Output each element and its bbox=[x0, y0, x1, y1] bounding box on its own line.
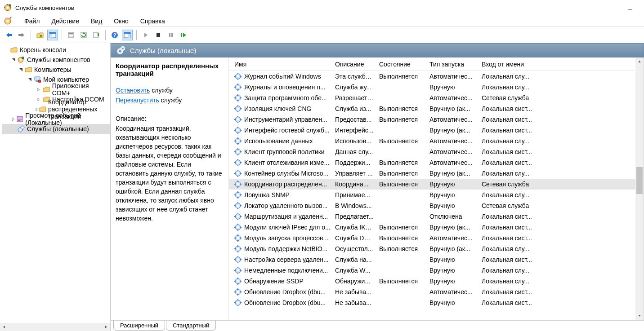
svg-rect-101 bbox=[234, 162, 236, 163]
svg-rect-112 bbox=[237, 186, 238, 188]
col-start[interactable]: Тип запуска bbox=[427, 61, 479, 68]
properties-button[interactable] bbox=[66, 30, 76, 40]
restart-button[interactable] bbox=[178, 30, 189, 40]
scroll-right-icon[interactable] bbox=[102, 323, 110, 331]
service-row[interactable]: Маршрутизация и удаленн...Предлагает...О… bbox=[229, 211, 644, 222]
service-row[interactable]: Изоляция ключей CNGСлужба из...Выполняет… bbox=[229, 103, 644, 114]
play-button[interactable] bbox=[140, 30, 151, 40]
window-title: Службы компонентов bbox=[15, 4, 74, 11]
service-row[interactable]: Клиент групповой политикиДанная слу...Ав… bbox=[229, 146, 644, 157]
scrollbar-thumb[interactable] bbox=[636, 167, 643, 194]
menu-help[interactable]: Справка bbox=[139, 17, 167, 26]
vertical-scrollbar[interactable] bbox=[635, 57, 644, 320]
svg-rect-144 bbox=[240, 238, 242, 238]
service-row[interactable]: Журналы и оповещения п...Служба жу...Вру… bbox=[229, 82, 644, 93]
service-name: Модули ключей IPsec для о... bbox=[244, 224, 331, 231]
svg-rect-156 bbox=[240, 259, 242, 260]
tree-root[interactable]: Корень консоли bbox=[2, 45, 110, 55]
svg-rect-131 bbox=[234, 216, 236, 217]
menu-view[interactable]: Вид bbox=[89, 17, 104, 26]
up-button[interactable] bbox=[35, 30, 45, 40]
service-row[interactable]: Инструментарий управлен...Предостав...Вы… bbox=[229, 114, 644, 125]
scroll-track[interactable] bbox=[8, 323, 102, 331]
back-button[interactable] bbox=[4, 30, 14, 40]
svg-rect-3 bbox=[7, 10, 8, 11]
svg-rect-60 bbox=[240, 87, 242, 88]
svg-point-122 bbox=[237, 205, 239, 207]
cell-start: Вручную bbox=[427, 299, 479, 306]
service-row[interactable]: Обновление Dropbox (dbu...Не забыва...Ав… bbox=[229, 287, 644, 297]
service-name: Обновление Dropbox (dbu... bbox=[244, 299, 326, 306]
service-row[interactable]: Интерфейс гостевой служб...Интерфейс...В… bbox=[229, 125, 644, 136]
tree-computers[interactable]: Компьютеры bbox=[2, 65, 110, 75]
service-row[interactable]: Клиент отслеживания изме...Поддержи...Вы… bbox=[229, 157, 644, 168]
chevron-right-icon[interactable] bbox=[35, 97, 42, 102]
cell-desc: Координа... bbox=[332, 181, 376, 188]
chevron-right-icon[interactable] bbox=[35, 107, 39, 111]
export-button[interactable] bbox=[91, 30, 102, 40]
chevron-right-icon[interactable] bbox=[10, 117, 16, 121]
cell-start: Автоматичес... bbox=[427, 137, 479, 145]
stop-button[interactable] bbox=[153, 30, 164, 40]
pause-button[interactable] bbox=[165, 30, 176, 40]
tree-com-apps[interactable]: Приложения COM+ bbox=[2, 84, 110, 94]
tab-extended[interactable]: Расширенный bbox=[113, 321, 165, 331]
service-row[interactable]: Защита программного обе...Разрешает ...А… bbox=[229, 93, 644, 103]
svg-point-170 bbox=[237, 291, 239, 293]
service-row[interactable]: Контейнер службы Microso...Управляет ...… bbox=[229, 168, 644, 179]
cell-start: Вручную bbox=[427, 267, 479, 274]
service-row[interactable]: Использование данныхИспользов...Выполняе… bbox=[229, 136, 644, 146]
menu-window[interactable]: Окно bbox=[112, 17, 130, 26]
chevron-down-icon[interactable] bbox=[10, 58, 17, 62]
service-row[interactable]: Модули ключей IPsec для о...Служба IKE..… bbox=[229, 222, 644, 233]
service-row[interactable]: Модуль запуска процессов...Служба DC...В… bbox=[229, 233, 644, 243]
cell-desc: Служба W... bbox=[332, 267, 376, 274]
show-actions-button[interactable] bbox=[122, 30, 133, 40]
svg-rect-52 bbox=[237, 79, 238, 80]
list-rows[interactable]: Журнал событий WindowsЭта служба...Выпол… bbox=[229, 71, 644, 320]
cell-start: Автоматичес... bbox=[427, 73, 479, 80]
col-name[interactable]: Имя bbox=[232, 61, 332, 68]
scroll-up-icon[interactable] bbox=[635, 57, 644, 66]
col-state[interactable]: Состояние bbox=[376, 61, 427, 68]
scroll-down-icon[interactable] bbox=[635, 312, 644, 320]
col-logon[interactable]: Вход от имени bbox=[479, 61, 542, 68]
gear-icon bbox=[234, 105, 242, 112]
tree-label: Корень консоли bbox=[20, 46, 66, 53]
cell-start: Вручную bbox=[427, 256, 479, 263]
tree-svc-comp[interactable]: Службы компонентов bbox=[2, 55, 110, 65]
help-button[interactable]: ? bbox=[109, 30, 120, 40]
restart-link[interactable]: Перезапустить bbox=[116, 97, 159, 104]
svg-rect-173 bbox=[234, 291, 236, 292]
forward-button[interactable] bbox=[16, 30, 27, 40]
cell-name: Локатор удаленного вызов... bbox=[232, 202, 332, 209]
tree[interactable]: Корень консоли Службы компонентов Компью… bbox=[2, 45, 110, 134]
chevron-right-icon[interactable] bbox=[35, 88, 42, 92]
chevron-down-icon[interactable] bbox=[26, 78, 33, 82]
tab-standard[interactable]: Стандартный bbox=[166, 321, 216, 331]
scroll-left-icon[interactable] bbox=[0, 323, 8, 331]
cell-start: Автоматичес... bbox=[427, 94, 479, 102]
gear-plus-icon bbox=[17, 56, 25, 63]
service-row[interactable]: Немедленные подключени...Служба W...Вруч… bbox=[229, 265, 644, 276]
tree-event-viewer[interactable]: Просмотр событий (Локальные) bbox=[2, 114, 110, 124]
stop-link[interactable]: Остановить bbox=[116, 87, 150, 94]
service-row[interactable]: Ловушка SNMPПринимае...ВручнуюЛокальная … bbox=[229, 190, 644, 200]
menu-action[interactable]: Действие bbox=[49, 17, 81, 26]
service-row[interactable]: Локатор удаленного вызов...В Windows...В… bbox=[229, 200, 644, 211]
service-row[interactable]: Координатор распределен...Координа...Вып… bbox=[229, 179, 644, 190]
service-row[interactable]: Настройка сервера удален...Служба на...В… bbox=[229, 254, 644, 265]
service-row[interactable]: Обнаружение SSDPОбнаружи...ВыполняетсяВр… bbox=[229, 276, 644, 287]
service-row[interactable]: Модуль поддержки NetBIO...Осуществл...Вы… bbox=[229, 243, 644, 254]
service-row[interactable]: Обновление Dropbox (dbu...Не забыва...Вр… bbox=[229, 297, 644, 308]
chevron-down-icon[interactable] bbox=[17, 68, 24, 72]
col-desc[interactable]: Описание bbox=[332, 61, 376, 68]
cell-name: Клиент групповой политики bbox=[232, 148, 332, 155]
show-tree-button[interactable] bbox=[47, 30, 58, 40]
cell-start: Вручную bbox=[427, 181, 479, 188]
menu-file[interactable]: Файл bbox=[22, 17, 41, 26]
minimize-button[interactable] bbox=[620, 1, 640, 14]
refresh-button[interactable] bbox=[78, 30, 89, 40]
service-row[interactable]: Журнал событий WindowsЭта служба...Выпол… bbox=[229, 71, 644, 82]
tree-horizontal-scrollbar[interactable] bbox=[0, 323, 110, 331]
